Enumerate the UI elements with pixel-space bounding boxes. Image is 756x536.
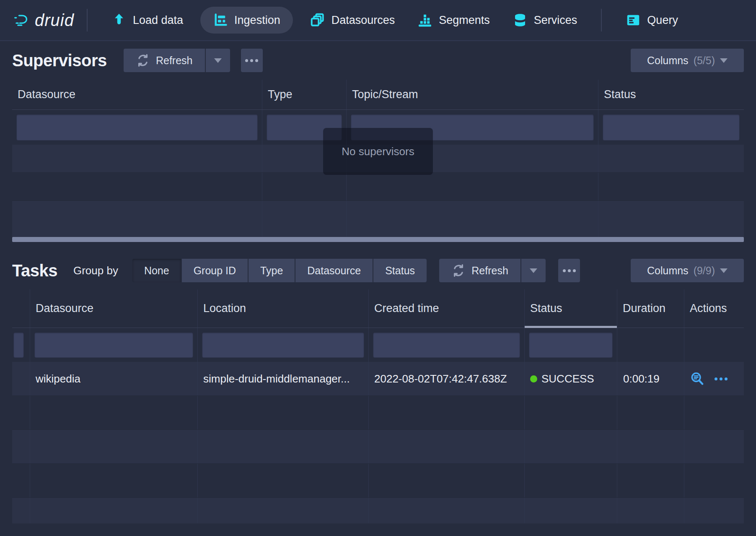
tasks-refresh-button[interactable]: Refresh — [439, 259, 520, 282]
supervisors-refresh-button[interactable]: Refresh — [124, 49, 205, 72]
table-row — [12, 430, 744, 464]
columns-label: Columns — [647, 55, 689, 67]
task-more-actions-icon[interactable] — [715, 377, 728, 380]
task-duration: 0:00:19 — [617, 362, 684, 395]
supervisors-more-button[interactable] — [241, 49, 263, 72]
filter-input-created-time[interactable] — [373, 332, 520, 358]
empty-state-message: No supervisors — [342, 145, 414, 158]
nav-item-datasources[interactable]: Datasources — [310, 13, 395, 28]
table-row — [12, 396, 744, 430]
nav-item-load-data[interactable]: Load data — [111, 13, 183, 28]
refresh-label: Refresh — [156, 55, 193, 67]
supervisors-refresh-group: Refresh — [124, 49, 230, 72]
task-actions — [684, 362, 744, 395]
group-by-option-group-id[interactable]: Group ID — [182, 259, 248, 282]
query-editor-icon — [626, 13, 641, 28]
column-header-datasource[interactable]: Datasource — [30, 289, 198, 328]
nav-divider — [601, 9, 602, 31]
table-row — [12, 464, 744, 498]
upload-arrow-icon — [111, 13, 127, 28]
columns-count: (9/9) — [694, 265, 715, 277]
filter-input-location[interactable] — [202, 332, 364, 358]
tasks-title: Tasks — [12, 261, 57, 280]
status-badge: SUCCESS — [541, 372, 594, 385]
task-created-time: 2022-08-02T07:42:47.638Z — [369, 362, 525, 395]
brand-name: druid — [35, 11, 74, 30]
status-success-dot — [530, 375, 537, 382]
stacked-layers-icon — [310, 13, 325, 28]
chevron-down-icon — [720, 58, 728, 63]
task-detail-search-icon[interactable] — [690, 372, 704, 386]
table-row — [12, 201, 744, 237]
filter-input-datasource[interactable] — [34, 332, 193, 358]
tasks-columns-button[interactable]: Columns (9/9) — [631, 259, 744, 282]
column-header-topic-stream[interactable]: Topic/Stream — [347, 80, 598, 109]
column-header-created-time[interactable]: Created time — [369, 289, 525, 328]
nav-label: Load data — [133, 14, 183, 27]
ingestion-chart-icon — [213, 13, 228, 28]
horizontal-scrollbar[interactable] — [12, 237, 744, 242]
sort-indicator — [525, 326, 617, 328]
more-icon — [245, 59, 258, 62]
column-header-status-label: Status — [530, 302, 562, 315]
column-header-duration[interactable]: Duration — [617, 289, 684, 328]
nav-label: Query — [647, 14, 678, 27]
nav-item-query[interactable]: Query — [626, 13, 678, 28]
nav-label: Services — [534, 14, 577, 27]
column-header-status[interactable]: Status — [598, 80, 744, 109]
column-header-type[interactable]: Type — [262, 80, 347, 109]
tasks-filter-row — [12, 328, 744, 362]
druid-logo-icon — [14, 13, 29, 28]
column-header-actions[interactable]: Actions — [684, 289, 744, 328]
refresh-icon — [451, 263, 466, 278]
table-row — [12, 498, 744, 523]
refresh-label: Refresh — [471, 265, 508, 277]
filter-input-datasource[interactable] — [16, 114, 258, 141]
nav-item-ingestion[interactable]: Ingestion — [200, 7, 293, 34]
column-header-datasource[interactable]: Datasource — [12, 80, 262, 109]
druid-logo[interactable]: druid — [14, 11, 74, 30]
columns-label: Columns — [647, 265, 689, 277]
supervisors-table: Datasource Type Topic/Stream Status No s… — [12, 80, 744, 242]
group-by-segmented-control: None Group ID Type Datasource Status — [132, 259, 427, 282]
chevron-down-icon — [530, 268, 537, 273]
tasks-more-button[interactable] — [558, 259, 580, 282]
supervisors-columns-button[interactable]: Columns (5/5) — [631, 49, 744, 72]
tasks-table-header: Datasource Location Created time Status … — [12, 289, 744, 328]
group-by-option-none[interactable]: None — [132, 259, 181, 282]
column-header-status[interactable]: Status — [525, 289, 617, 328]
supervisors-refresh-menu-button[interactable] — [206, 49, 230, 72]
columns-count: (5/5) — [694, 55, 715, 67]
tasks-refresh-group: Refresh — [439, 259, 546, 282]
nav-label: Datasources — [331, 14, 395, 27]
task-row-wikipedia: wikipedia simple-druid-middlemanager... … — [12, 362, 744, 396]
nav-item-services[interactable]: Services — [513, 13, 577, 28]
chevron-down-icon — [720, 268, 728, 273]
supervisors-title: Supervisors — [12, 51, 107, 70]
supervisors-table-header: Datasource Type Topic/Stream Status — [12, 80, 744, 110]
refresh-icon — [136, 53, 150, 68]
more-icon — [563, 269, 576, 272]
tasks-toolbar: Tasks Group by None Group ID Type Dataso… — [0, 252, 756, 289]
task-datasource: wikipedia — [30, 362, 198, 395]
column-header-spacer — [12, 289, 30, 328]
segments-bars-icon — [417, 13, 432, 28]
tasks-refresh-menu-button[interactable] — [521, 259, 546, 282]
table-row — [12, 173, 744, 201]
filter-input-status[interactable] — [529, 332, 613, 358]
column-header-location[interactable]: Location — [198, 289, 369, 328]
filter-input-task-id[interactable] — [13, 332, 24, 358]
group-by-label: Group by — [73, 264, 118, 277]
nav-label: Ingestion — [234, 14, 280, 27]
task-status: SUCCESS — [525, 362, 617, 395]
group-by-option-status[interactable]: Status — [373, 259, 427, 282]
task-location: simple-druid-middlemanager... — [198, 362, 369, 395]
tasks-table: Datasource Location Created time Status … — [12, 289, 744, 523]
chevron-down-icon — [214, 58, 222, 63]
group-by-option-type[interactable]: Type — [249, 259, 295, 282]
supervisors-toolbar: Supervisors Refresh Columns (5/5) — [0, 41, 756, 80]
nav-item-segments[interactable]: Segments — [417, 13, 490, 28]
filter-input-status[interactable] — [603, 114, 740, 141]
group-by-option-datasource[interactable]: Datasource — [295, 259, 373, 282]
top-nav: druid Load data Ingestion Datasources — [0, 0, 756, 41]
